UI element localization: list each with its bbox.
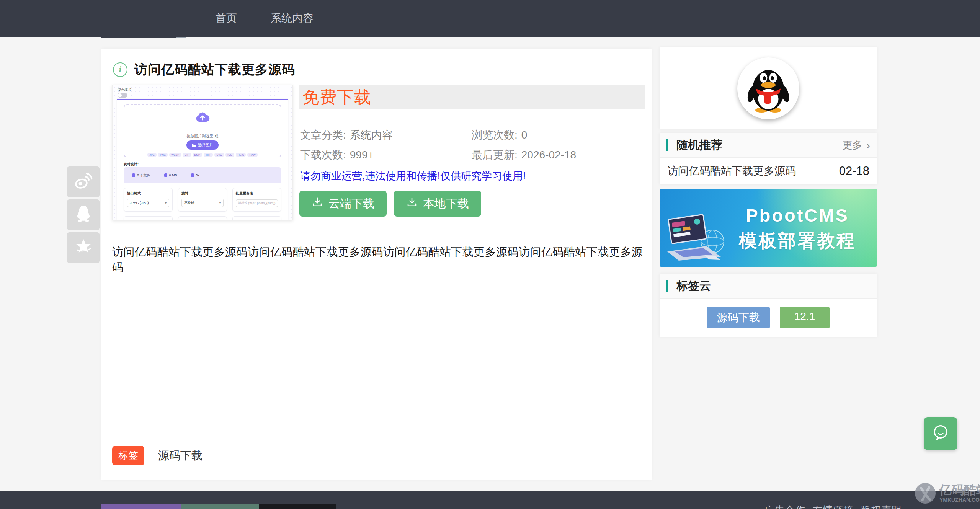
tag-cloud-card: 标签云 源码下载 12.1 xyxy=(660,274,877,337)
stat-size: 0 MB xyxy=(169,173,177,177)
qq-contact-card xyxy=(660,47,877,129)
pbootcms-ad-banner[interactable]: PbootCMS 模板部署教程 xyxy=(660,189,877,267)
format-pill: WEBP xyxy=(169,153,181,157)
footer-logo-mark-icon xyxy=(915,483,936,504)
caret-down-icon: ▾ xyxy=(165,201,167,205)
stat-time: 0s xyxy=(196,173,200,177)
free-download-label: 免费下载 xyxy=(302,86,371,109)
thumb-select-button: 选择图片 xyxy=(186,140,219,150)
thumb-output-format-card: 输出格式: JPEG (JPG) ▾ xyxy=(124,188,173,212)
meta-views: 浏览次数:0 xyxy=(472,128,527,142)
tag-cloud-header: 标签云 xyxy=(660,274,877,299)
footer-links[interactable]: 广告合作 友情链接 版权声明 xyxy=(764,504,902,509)
thumb-darkmode-toggle xyxy=(118,93,127,98)
stat-size-icon xyxy=(164,173,167,177)
page-title: 访问亿码酷站下载更多源码 xyxy=(134,61,295,78)
thumb-rename-card: 批量重命名: xyxy=(232,188,281,212)
qzone-star-icon xyxy=(73,237,94,259)
format-pill: ICO xyxy=(225,153,234,157)
cloud-tag-source-download[interactable]: 源码下载 xyxy=(707,307,770,328)
share-qzone-button[interactable] xyxy=(67,232,100,263)
price-band: 免费下载 xyxy=(299,85,645,109)
footer-brand-watermark: 亿码酷站 YMKUZHAN.COM xyxy=(915,483,980,504)
format-pill: HEIC xyxy=(236,153,246,157)
tag-badge: 标签 xyxy=(112,446,144,465)
recommend-item-date: 02-18 xyxy=(839,164,869,178)
qq-penguin-icon xyxy=(744,64,792,113)
footer-brand-name: 亿码酷站 xyxy=(939,484,980,496)
stat-files-icon xyxy=(132,173,135,177)
thumb-cutoff-card xyxy=(124,216,173,220)
chevron-right-icon: › xyxy=(866,139,870,151)
article-thumbnail[interactable]: 深色模式 拖放图片到这里 或 选择图片 JPG PNG WEBP xyxy=(112,85,293,220)
footer-brand-domain: YMKUZHAN.COM xyxy=(939,497,980,503)
banner-text: PbootCMS 模板部署教程 xyxy=(721,203,874,253)
download-icon xyxy=(312,197,323,211)
output-format-select: JPEG (JPG) ▾ xyxy=(127,199,169,207)
format-pill: RAW xyxy=(247,153,257,157)
rename-pattern-input xyxy=(236,199,278,207)
top-navbar: 首页 系统内容 xyxy=(0,0,980,37)
thumb-rotate-card: 旋转: 不旋转 ▾ xyxy=(178,188,227,212)
caret-down-icon: ▾ xyxy=(219,201,221,205)
banner-line1: PbootCMS xyxy=(721,203,874,228)
nav-item-home[interactable]: 首页 xyxy=(216,0,237,37)
footer-image-purple xyxy=(101,504,181,509)
recommend-item-title: 访问亿码酷站下载更多源码 xyxy=(667,164,796,178)
footer-image-dark xyxy=(259,504,336,509)
format-pill: SVG xyxy=(214,153,224,157)
thumb-stats-label: 实时统计: xyxy=(124,162,139,167)
tag-row: 标签 源码下载 xyxy=(112,446,203,465)
article-card: i 访问亿码酷站下载更多源码 深色模式 拖放图片到这里 或 选择图片 JPG xyxy=(101,49,652,480)
thumb-cutoff-card xyxy=(232,216,281,220)
section-bar xyxy=(666,139,668,151)
format-pill: PNG xyxy=(158,153,168,157)
folder-icon xyxy=(192,144,196,147)
content-divider xyxy=(112,233,645,233)
article-body: 访问亿码酷站下载更多源码访问亿码酷站下载更多源码访问亿码酷站下载更多源码访问亿码… xyxy=(112,245,652,275)
info-icon: i xyxy=(113,62,127,77)
thumb-format-pills: JPG PNG WEBP GIF BMP TIFF SVG ICO HEIC R… xyxy=(124,153,281,157)
tag-link-source-download[interactable]: 源码下载 xyxy=(158,448,203,463)
thumb-drop-text: 拖放图片到这里 或 xyxy=(124,134,281,139)
rotate-select: 不旋转 ▾ xyxy=(181,199,224,207)
format-pill: JPG xyxy=(147,153,157,157)
thumb-darkmode-label: 深色模式 xyxy=(118,88,131,93)
format-pill: BMP xyxy=(193,153,202,157)
download-pane: 免费下载 文章分类:系统内容 浏览次数:0 下载次数:999+ 最后更新:202… xyxy=(299,85,645,265)
footer: 广告合作 友情链接 版权声明 xyxy=(0,491,980,509)
footer-image-green xyxy=(181,504,259,509)
recommend-list-item[interactable]: 访问亿码酷站下载更多源码 02-18 xyxy=(660,158,877,184)
qq-avatar[interactable] xyxy=(737,57,799,119)
share-weibo-button[interactable] xyxy=(67,166,100,197)
weibo-icon xyxy=(73,171,94,193)
tag-cloud-title: 标签云 xyxy=(676,278,711,294)
usage-notice: 请勿商业运营,违法使用和传播!仅供研究学习使用! xyxy=(300,169,526,183)
cloud-download-button[interactable]: 云端下载 xyxy=(299,191,387,217)
customer-service-chat-button[interactable] xyxy=(924,417,957,450)
cloud-tag-12-1[interactable]: 12.1 xyxy=(780,307,830,328)
upload-cloud-icon xyxy=(195,111,210,124)
stat-time-icon xyxy=(191,173,194,177)
random-recommend-card: 随机推荐 更多 › 访问亿码酷站下载更多源码 02-18 xyxy=(660,133,877,184)
recommend-title: 随机推荐 xyxy=(676,137,722,153)
thumb-stats-bar: 0 个文件 0 MB 0s xyxy=(124,167,281,183)
article-title-row: i 访问亿码酷站下载更多源码 xyxy=(113,61,295,78)
recommend-header: 随机推荐 更多 › xyxy=(660,133,877,158)
meta-updated: 最后更新:2026-02-18 xyxy=(472,148,576,162)
thumb-cutoff-card xyxy=(178,216,227,220)
format-pill: GIF xyxy=(183,153,191,157)
share-rail xyxy=(67,166,100,265)
share-qq-button[interactable] xyxy=(67,199,100,230)
meta-downloads: 下载次数:999+ xyxy=(300,148,374,162)
qq-icon xyxy=(74,204,93,226)
chat-smiley-icon xyxy=(930,422,951,445)
download-icon xyxy=(406,197,418,211)
nav-item-system-content[interactable]: 系统内容 xyxy=(271,0,314,37)
meta-category: 文章分类:系统内容 xyxy=(300,128,393,142)
section-bar xyxy=(666,280,668,292)
local-download-button[interactable]: 本地下载 xyxy=(394,191,481,217)
more-link[interactable]: 更多 › xyxy=(842,133,870,157)
format-pill: TIFF xyxy=(204,153,213,157)
thumb-panel: 拖放图片到这里 或 选择图片 JPG PNG WEBP GIF BMP TIFF… xyxy=(117,99,288,220)
